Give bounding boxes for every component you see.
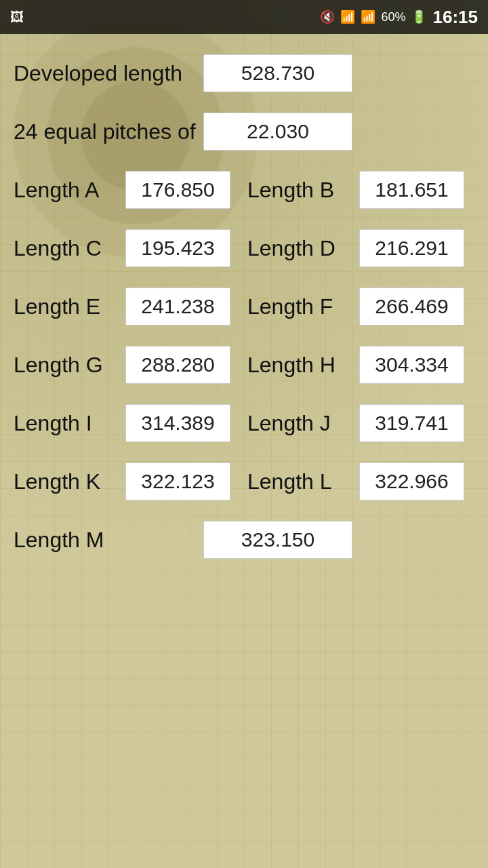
length-l-value[interactable]: 322.966 [359,462,464,500]
length-h-value[interactable]: 304.334 [359,346,464,384]
length-i-value[interactable]: 314.389 [125,404,230,442]
length-e-value[interactable]: 241.238 [125,288,230,326]
pitches-row: 24 equal pitches of 22.030 [14,113,474,151]
length-m-label: Length M [14,528,203,553]
length-m-row: Length M 323.150 [14,521,474,559]
length-h-label: Length H [247,353,352,378]
mute-icon: 🔇 [320,9,335,24]
length-e-pair: Length E 241.238 [14,288,241,326]
length-h-pair: Length H 304.334 [247,346,474,384]
image-icon: 🖼 [10,9,24,25]
status-bar: 🖼 🔇 📶 📶 60% 🔋 16:15 [0,0,488,34]
length-j-value[interactable]: 319.741 [359,404,464,442]
length-f-label: Length F [247,294,352,319]
developed-length-value[interactable]: 528.730 [203,54,352,92]
length-d-value[interactable]: 216.291 [359,229,464,267]
battery-icon: 🔋 [411,9,426,24]
length-k-label: Length K [14,469,119,494]
developed-length-label: Developed length [14,61,203,86]
length-c-pair: Length C 195.423 [14,229,241,267]
length-a-value[interactable]: 176.850 [125,171,230,209]
length-a-pair: Length A 176.850 [14,171,241,209]
status-time: 16:15 [433,7,479,28]
length-c-value[interactable]: 195.423 [125,229,230,267]
length-b-label: Length B [247,178,352,203]
pitches-label: 24 equal pitches of [14,119,203,144]
length-l-pair: Length L 322.966 [247,462,474,500]
length-ij-row: Length I 314.389 Length J 319.741 [14,404,474,442]
length-f-value[interactable]: 266.469 [359,288,464,326]
length-i-label: Length I [14,411,119,436]
pitches-value[interactable]: 22.030 [203,113,352,151]
status-icons: 🔇 📶 📶 60% 🔋 [320,9,426,24]
length-l-label: Length L [247,469,352,494]
length-g-pair: Length G 288.280 [14,346,241,384]
length-g-label: Length G [14,353,119,378]
length-b-pair: Length B 181.651 [247,171,474,209]
length-c-label: Length C [14,236,119,261]
length-ef-row: Length E 241.238 Length F 266.469 [14,288,474,326]
length-f-pair: Length F 266.469 [247,288,474,326]
wifi-icon: 📶 [340,9,355,24]
length-b-value[interactable]: 181.651 [359,171,464,209]
main-content: Developed length 528.730 24 equal pitche… [0,34,488,606]
length-k-pair: Length K 322.123 [14,462,241,500]
battery-percent: 60% [381,10,405,24]
length-m-value[interactable]: 323.150 [203,521,352,559]
length-g-value[interactable]: 288.280 [125,346,230,384]
length-a-label: Length A [14,178,119,203]
length-j-label: Length J [247,411,352,436]
developed-length-row: Developed length 528.730 [14,54,474,92]
length-gh-row: Length G 288.280 Length H 304.334 [14,346,474,384]
length-ab-row: Length A 176.850 Length B 181.651 [14,171,474,209]
status-left-icons: 🖼 [10,9,24,25]
length-j-pair: Length J 319.741 [247,404,474,442]
length-cd-row: Length C 195.423 Length D 216.291 [14,229,474,267]
length-k-value[interactable]: 322.123 [125,462,230,500]
signal-icon: 📶 [361,9,375,24]
length-d-pair: Length D 216.291 [247,229,474,267]
length-d-label: Length D [247,236,352,261]
length-i-pair: Length I 314.389 [14,404,241,442]
length-e-label: Length E [14,294,119,319]
length-kl-row: Length K 322.123 Length L 322.966 [14,462,474,500]
